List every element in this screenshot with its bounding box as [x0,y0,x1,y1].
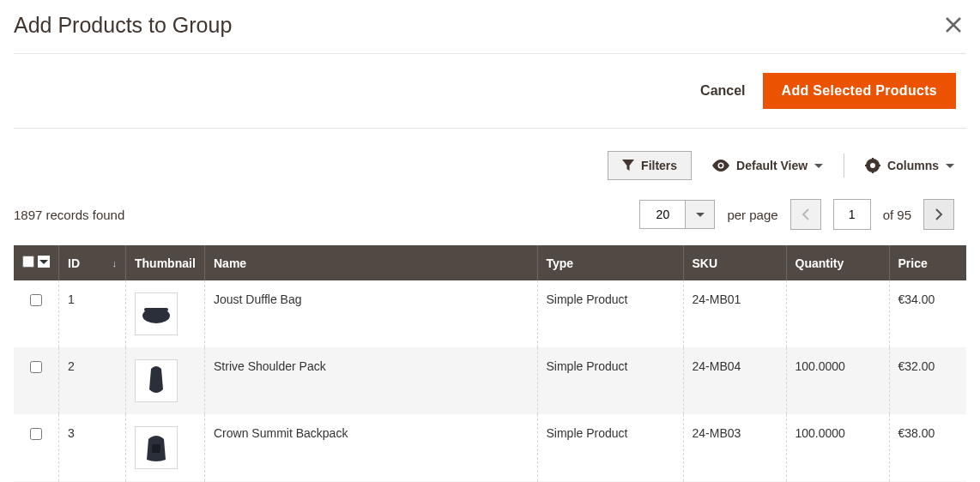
cell-name: Joust Duffle Bag [205,280,538,347]
funnel-icon [622,160,634,172]
page-size-dropdown[interactable] [686,200,715,229]
modal-title: Add Products to Group [14,13,232,38]
of-pages-label: of 95 [883,208,911,222]
page-number-input[interactable] [833,199,871,230]
view-label: Default View [736,159,808,172]
row-checkbox[interactable] [30,428,42,440]
filters-label: Filters [641,159,677,172]
per-page-label: per page [727,208,777,222]
svg-rect-8 [865,165,868,166]
chevron-down-icon [696,213,705,217]
eye-icon [712,160,729,172]
next-page-button[interactable] [923,199,954,230]
cell-sku: 24-MB04 [683,347,786,414]
cell-thumbnail [126,414,205,481]
cell-name: Crown Summit Backpack [205,414,538,481]
svg-point-3 [719,164,723,167]
cell-type: Simple Product [537,414,683,481]
products-table: ID↓ Thumbnail Name Type SKU Quantity Pri… [14,245,966,482]
cell-type: Simple Product [537,347,683,414]
chevron-down-icon [946,164,954,168]
cell-price: €34.00 [889,280,966,347]
chevron-left-icon [802,208,810,220]
svg-rect-12 [152,444,160,453]
column-header-thumbnail[interactable]: Thumbnail [126,245,205,280]
add-selected-button[interactable]: Add Selected Products [763,73,956,109]
column-header-quantity[interactable]: Quantity [786,245,889,280]
product-thumbnail [135,292,178,335]
chevron-right-icon [935,208,943,220]
cell-price: €38.00 [889,414,966,481]
sort-arrow-icon: ↓ [112,258,118,268]
column-header-sku[interactable]: SKU [683,245,786,280]
filters-button[interactable]: Filters [608,151,692,180]
cell-sku: 24-MB03 [683,414,786,481]
cell-thumbnail [126,280,205,347]
page-size-input[interactable] [639,200,686,229]
svg-rect-11 [144,308,168,311]
column-header-type[interactable]: Type [537,245,683,280]
cell-quantity [786,280,889,347]
select-all-checkbox[interactable] [22,256,34,268]
separator [844,154,844,178]
prev-page-button[interactable] [790,199,821,230]
cell-name: Strive Shoulder Pack [205,347,538,414]
product-thumbnail [135,359,178,402]
gear-icon [865,158,880,173]
table-row[interactable]: 1Joust Duffle BagSimple Product24-MB01€3… [14,280,966,347]
chevron-down-icon [39,260,48,264]
columns-selector[interactable]: Columns [865,158,954,173]
svg-rect-9 [878,165,880,166]
row-checkbox[interactable] [30,361,42,373]
cell-quantity: 100.0000 [786,347,889,414]
close-button[interactable] [941,12,966,38]
table-row[interactable]: 3Crown Summit BackpackSimple Product24-M… [14,414,966,481]
svg-rect-6 [872,158,874,160]
view-selector[interactable]: Default View [712,159,823,172]
cell-thumbnail [126,347,205,414]
select-dropdown[interactable] [38,256,50,268]
cell-id: 2 [59,347,126,414]
row-checkbox[interactable] [30,294,42,306]
chevron-down-icon [814,164,823,168]
product-thumbnail [135,426,178,469]
svg-point-5 [870,163,875,168]
cell-id: 3 [59,414,126,481]
column-header-price[interactable]: Price [889,245,966,280]
records-count: 1897 records found [14,208,124,222]
cell-id: 1 [59,280,126,347]
cell-price: €32.00 [889,347,966,414]
column-header-name[interactable]: Name [205,245,538,280]
close-icon [944,15,963,34]
table-row[interactable]: 2Strive Shoulder PackSimple Product24-MB… [14,347,966,414]
column-header-id[interactable]: ID↓ [59,245,126,280]
column-header-select[interactable] [14,245,59,280]
columns-label: Columns [887,159,939,172]
cell-quantity: 100.0000 [786,414,889,481]
cell-sku: 24-MB01 [683,280,786,347]
cancel-button[interactable]: Cancel [700,83,745,99]
svg-rect-7 [872,171,874,173]
cell-type: Simple Product [537,280,683,347]
